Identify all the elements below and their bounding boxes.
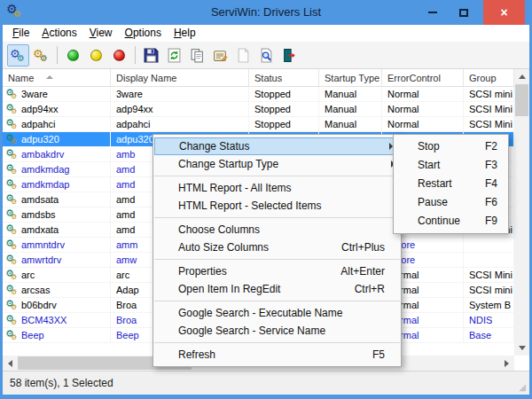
context-item-change-startup-type[interactable]: Change Startup Type (153, 155, 401, 173)
cell-errorcontrol: Normal (382, 117, 464, 131)
scroll-down-icon (519, 346, 526, 350)
context-item-auto-size-columns[interactable]: Auto Size ColumnsCtrl+Plus (153, 239, 401, 256)
submenu-item-start[interactable]: StartF3 (394, 156, 508, 175)
menu-file[interactable]: File (6, 25, 35, 39)
driver-gears-icon: ⚙⚙ (5, 269, 19, 282)
vertical-scroll-thumb[interactable] (515, 84, 528, 116)
scroll-left-button[interactable] (3, 356, 18, 371)
driver-name: b06bdrv (21, 300, 57, 310)
app-gears-icon: ⚙⚙ (6, 3, 24, 20)
menu-item-shortcut: F4 (485, 175, 497, 193)
menu-item-label: HTML Report - All Items (178, 179, 292, 197)
driver-gears-icon: ⚙⚙ (5, 163, 19, 176)
driver-name: amdkmdag (21, 164, 69, 175)
column-header-startup-type[interactable]: Startup Type (319, 69, 382, 86)
driver-name: arcsas (21, 285, 50, 295)
submenu-item-stop[interactable]: StopF2 (394, 137, 508, 156)
change-status-submenu: StopF2StartF3RestartF4PauseF6ContinueF9 (393, 134, 509, 234)
context-item-google-search-executable-name[interactable]: Google Search - Executable Name (153, 304, 401, 322)
cell-name: ⚙⚙3ware (3, 87, 111, 101)
cell-status: Stopped (249, 117, 319, 131)
copy-button[interactable] (186, 44, 208, 66)
cell-group (464, 238, 514, 252)
menu-item-label: Choose Columns (178, 221, 260, 239)
driver-gears-icon: ⚙⚙ (5, 133, 19, 146)
submenu-item-pause[interactable]: PauseF6 (394, 193, 508, 212)
menu-view[interactable]: View (83, 25, 119, 39)
column-header-display-name[interactable]: Display Name (111, 69, 249, 86)
vertical-scrollbar[interactable] (514, 69, 529, 356)
stop-driver-button[interactable] (108, 44, 130, 66)
menu-help[interactable]: Help (168, 25, 202, 39)
maximize-icon (459, 9, 468, 17)
context-item-change-status[interactable]: Change Status (154, 137, 400, 155)
submenu-item-continue[interactable]: ContinueF9 (394, 212, 508, 231)
column-header-status[interactable]: Status (249, 69, 319, 86)
scroll-down-button[interactable] (514, 340, 529, 356)
stop-red-ball-icon (113, 50, 125, 61)
properties-button[interactable] (209, 44, 231, 66)
cell-name: ⚙⚙amdkmdap (3, 177, 111, 192)
menubar: FileActionsViewOptionsHelp (3, 25, 529, 42)
maximize-button[interactable] (450, 0, 477, 25)
titlebar[interactable]: ⚙⚙ ServiWin: Drivers List × (0, 0, 532, 25)
find-button[interactable] (255, 44, 278, 66)
context-item-google-search-service-name[interactable]: Google Search - Service Name (153, 322, 401, 340)
column-header-errorcontrol[interactable]: ErrorControl (382, 69, 464, 86)
start-driver-button[interactable] (62, 44, 84, 66)
column-header-name[interactable]: Name (3, 69, 111, 86)
cell-errorcontrol: Normal (382, 87, 464, 101)
context-item-properties[interactable]: PropertiesAlt+Enter (153, 262, 401, 280)
services-view-button[interactable]: ⚙⚙ (30, 44, 52, 66)
cell-status: Stopped (249, 87, 319, 101)
minimize-button[interactable] (419, 0, 446, 25)
exit-door-icon (282, 48, 297, 63)
exit-button[interactable] (278, 44, 301, 66)
cell-name: ⚙⚙ammntdrv (3, 238, 111, 252)
menu-item-label: Properties (178, 262, 227, 280)
table-row-adpahci[interactable]: ⚙⚙adpahciadpahciStoppedManualNormalSCSI … (3, 117, 514, 132)
statusbar: 58 item(s), 1 Selected ◢ (3, 371, 529, 395)
menu-item-label: HTML Report - Selected Items (178, 197, 322, 215)
menu-options[interactable]: Options (119, 25, 168, 39)
column-label: Group (469, 73, 497, 83)
drivers-gears-icon: ⚙⚙ (10, 48, 27, 63)
refresh-button[interactable] (163, 44, 185, 66)
pause-driver-button[interactable] (85, 44, 107, 66)
column-header-group[interactable]: Group (464, 69, 514, 86)
driver-gears-icon: ⚙⚙ (5, 103, 19, 116)
driver-name: adpahci (21, 119, 56, 129)
menu-item-shortcut: F2 (485, 137, 497, 156)
close-button[interactable]: × (483, 0, 525, 25)
driver-gears-icon: ⚙⚙ (5, 88, 19, 101)
menu-item-shortcut: F3 (485, 156, 497, 175)
blank-page-icon (236, 48, 251, 63)
menu-actions[interactable]: Actions (35, 25, 82, 39)
context-item-open-item-in-regedit[interactable]: Open Item In RegEditCtrl+R (153, 280, 401, 298)
submenu-item-restart[interactable]: RestartF4 (394, 175, 508, 193)
menu-item-label: Google Search - Service Name (178, 322, 325, 340)
driver-name: BCM43XX (21, 315, 66, 325)
context-item-html-report-all-items[interactable]: HTML Report - All Items (153, 179, 401, 197)
driver-gears-icon: ⚙⚙ (5, 178, 19, 192)
list-header: NameDisplay NameStatusStartup TypeErrorC… (3, 69, 514, 87)
toolbar-separator (135, 46, 136, 64)
html-report-button[interactable] (232, 44, 254, 66)
scroll-up-button[interactable] (514, 69, 529, 84)
driver-name: adp94xx (21, 104, 59, 114)
menu-item-label: Google Search - Executable Name (178, 304, 342, 322)
resize-grip[interactable]: ◢ (519, 383, 526, 392)
copy-icon (190, 48, 205, 63)
context-item-choose-columns[interactable]: Choose Columns (153, 221, 401, 239)
save-button[interactable] (140, 44, 162, 66)
cell-name: ⚙⚙amdsbs (3, 207, 111, 222)
table-row-adp94xx[interactable]: ⚙⚙adp94xxadp94xxStoppedManualNormalSCSI … (3, 102, 514, 117)
driver-name: adpu320 (21, 134, 59, 145)
cell-name: ⚙⚙Beep (3, 328, 111, 342)
table-row-3ware[interactable]: ⚙⚙3ware3wareStoppedManualNormalSCSI mini (3, 87, 514, 102)
context-item-refresh[interactable]: RefreshF5 (153, 346, 401, 364)
drivers-view-button[interactable]: ⚙⚙ (7, 44, 29, 66)
context-item-html-report-selected-items[interactable]: HTML Report - Selected Items (153, 197, 401, 215)
cell-name: ⚙⚙ambakdrv (3, 147, 111, 161)
scroll-right-button[interactable] (499, 356, 514, 371)
